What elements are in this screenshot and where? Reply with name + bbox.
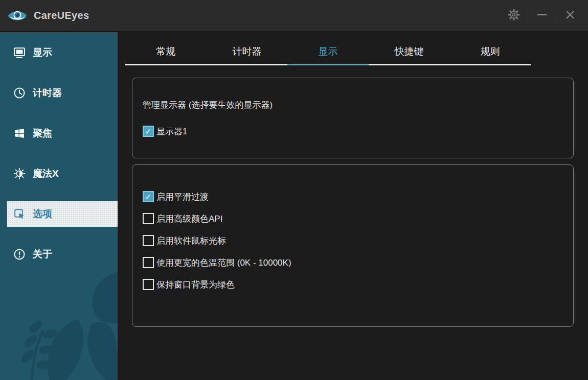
- tab-underline-segment-timer: [207, 64, 288, 65]
- checkbox-row-monitor-1[interactable]: ✓显示器1: [143, 125, 573, 137]
- tab-display[interactable]: 显示: [287, 39, 369, 64]
- sidebar-item-label: 关于: [33, 248, 52, 261]
- panel-heading: 管理显示器 (选择要生效的显示器): [143, 100, 573, 111]
- options-cursor-icon: [13, 208, 26, 220]
- tab-hotkeys[interactable]: 快捷键: [369, 39, 450, 64]
- manage-monitors-panel: 管理显示器 (选择要生效的显示器)✓显示器1: [132, 78, 574, 158]
- minimize-button[interactable]: [528, 0, 556, 31]
- app-title: CareUEyes: [34, 10, 89, 21]
- checkbox-label: 启用平滑过渡: [156, 191, 209, 203]
- checkbox-advanced-color-api[interactable]: [143, 213, 154, 224]
- tab-bar: 常规计时器显示快捷键规则: [125, 39, 531, 65]
- sidebar-item-label: 显示: [33, 46, 52, 59]
- tab-underline-segment-general: [125, 64, 207, 65]
- checkbox-keep-window-green[interactable]: [143, 279, 154, 290]
- gear-icon: [507, 8, 521, 23]
- checkbox-label: 使用更宽的色温范围 (0K - 10000K): [156, 257, 291, 269]
- checkbox-monitor-1[interactable]: ✓: [143, 126, 154, 137]
- sidebar-item-timer[interactable]: 计时器: [0, 80, 118, 106]
- minimize-icon: [537, 10, 547, 21]
- tab-timer[interactable]: 计时器: [207, 39, 288, 64]
- checkbox-software-cursor[interactable]: [143, 235, 154, 246]
- about-icon: [13, 248, 26, 260]
- sidebar-item-label: 选项: [33, 207, 52, 221]
- sidebar-item-options[interactable]: 选项: [7, 201, 118, 227]
- checkbox-label: 显示器1: [156, 126, 187, 137]
- titlebar: CareUEyes: [0, 0, 588, 32]
- tab-rules[interactable]: 规则: [449, 39, 531, 64]
- sun-icon: [13, 168, 26, 180]
- sidebar-item-display[interactable]: 显示: [0, 40, 118, 65]
- checkbox-row-smooth-transition[interactable]: ✓启用平滑过渡: [143, 191, 573, 203]
- tab-underline-segment-hotkeys: [369, 64, 450, 65]
- checkbox-smooth-transition[interactable]: ✓: [143, 191, 154, 202]
- tab-general[interactable]: 常规: [125, 39, 207, 64]
- app-logo-eye-icon: [7, 8, 28, 23]
- sidebar-item-label: 计时器: [33, 86, 62, 100]
- checkbox-label: 保持窗口背景为绿色: [156, 279, 235, 291]
- tab-underline: [125, 64, 531, 65]
- focus-windows-icon: [13, 127, 26, 139]
- checkbox-label: 启用软件鼠标光标: [156, 235, 226, 247]
- checkmark-icon: ✓: [145, 192, 151, 202]
- sidebar-item-label: 魔法X: [33, 167, 59, 180]
- main-content: 常规计时器显示快捷键规则 管理显示器 (选择要生效的显示器)✓显示器1 ✓启用平…: [118, 32, 588, 380]
- checkbox-row-software-cursor[interactable]: 启用软件鼠标光标: [143, 234, 573, 247]
- sidebar-items: 显示计时器聚焦魔法X选项关于: [0, 40, 118, 267]
- sidebar: 显示计时器聚焦魔法X选项关于: [0, 32, 118, 380]
- checkbox-label: 启用高级颜色API: [156, 213, 222, 225]
- tab-labels: 常规计时器显示快捷键规则: [125, 39, 531, 64]
- sidebar-item-magic-x[interactable]: 魔法X: [0, 161, 118, 186]
- close-icon: [565, 10, 575, 21]
- sidebar-item-focus[interactable]: 聚焦: [0, 121, 118, 146]
- app-window: CareUEyes 显示计时器聚焦魔法X选项关于: [0, 0, 588, 380]
- checkbox-row-wider-temp-range[interactable]: 使用更宽的色温范围 (0K - 10000K): [143, 256, 573, 269]
- checkbox-row-advanced-color-api[interactable]: 启用高级颜色API: [143, 212, 573, 225]
- checkbox-wider-temp-range[interactable]: [143, 257, 154, 268]
- clock-icon: [13, 87, 26, 99]
- monitor-icon: [13, 46, 26, 59]
- sidebar-item-label: 聚焦: [33, 127, 52, 140]
- sidebar-item-about[interactable]: 关于: [0, 242, 118, 267]
- display-options-panel: ✓启用平滑过渡启用高级颜色API启用软件鼠标光标使用更宽的色温范围 (0K - …: [132, 164, 574, 327]
- checkbox-row-keep-window-green[interactable]: 保持窗口背景为绿色: [143, 278, 573, 291]
- checkmark-icon: ✓: [145, 127, 151, 136]
- tab-underline-segment-display: [287, 64, 369, 65]
- close-button[interactable]: [556, 0, 584, 31]
- titlebar-controls: [500, 0, 588, 31]
- settings-button[interactable]: [500, 0, 528, 31]
- sidebar-leaves-decoration: [0, 268, 118, 380]
- tab-underline-segment-rules: [449, 64, 531, 65]
- window-body: 显示计时器聚焦魔法X选项关于 常规计时器显示快捷键规则: [0, 32, 588, 380]
